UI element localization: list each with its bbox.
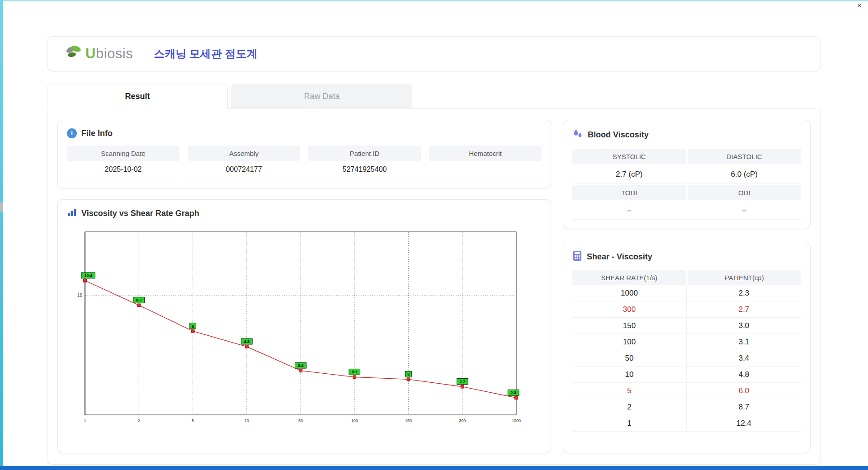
shear-rate-cell: 5 bbox=[572, 383, 687, 399]
svg-text:6: 6 bbox=[192, 324, 194, 329]
close-icon[interactable]: × bbox=[857, 2, 862, 10]
svg-text:3.4: 3.4 bbox=[298, 363, 304, 368]
patient-value-cell: 2.7 bbox=[687, 301, 801, 318]
patient-value-cell: 6.0 bbox=[687, 383, 801, 399]
svg-text:50: 50 bbox=[298, 418, 303, 423]
svg-text:4.8: 4.8 bbox=[244, 339, 250, 344]
svg-text:100: 100 bbox=[351, 418, 358, 423]
bar-chart-icon bbox=[67, 208, 77, 219]
file-info-field-value: 000724177 bbox=[188, 161, 300, 178]
patient-value-cell: 2.3 bbox=[687, 285, 801, 301]
tab-result[interactable]: Result bbox=[47, 84, 228, 109]
blood-viscosity-value: 6.0 (cP) bbox=[688, 165, 802, 183]
patient-value-cell: 3.4 bbox=[687, 350, 801, 367]
blood-viscosity-header: ODI bbox=[688, 185, 802, 200]
table-row: 1503.0 bbox=[572, 318, 801, 334]
svg-text:5: 5 bbox=[192, 418, 194, 423]
svg-text:1000: 1000 bbox=[512, 418, 521, 423]
window-left-edge bbox=[0, 0, 3, 470]
brand-text: Ubiosis bbox=[85, 46, 133, 62]
patient-value-cell: 8.7 bbox=[687, 399, 801, 415]
file-info-field-value: 52741925400 bbox=[308, 161, 421, 178]
svg-text:12.4: 12.4 bbox=[84, 273, 92, 278]
blood-viscosity-value: – bbox=[572, 202, 686, 220]
ubiosis-leaf-icon bbox=[65, 45, 85, 63]
file-info-field: Patient ID52741925400 bbox=[308, 146, 421, 178]
file-info-field-value: 2025-10-02 bbox=[67, 161, 179, 178]
file-info-title: File Info bbox=[81, 129, 113, 138]
graph-title: Viscosity vs Shear Rate Graph bbox=[81, 209, 199, 218]
ubiosis-logo: Ubiosis bbox=[65, 45, 133, 63]
svg-text:150: 150 bbox=[405, 418, 412, 423]
chart-svg: 1012.48.764.83.43.132.72.312510501001503… bbox=[67, 226, 524, 431]
svg-text:1: 1 bbox=[84, 418, 86, 423]
graph-card: Viscosity vs Shear Rate Graph 1012.48.76… bbox=[57, 199, 551, 453]
table-row: 56.0 bbox=[572, 383, 801, 399]
graph-title-row: Viscosity vs Shear Rate Graph bbox=[67, 208, 542, 219]
file-info-field-label: Scanning Date bbox=[67, 146, 179, 161]
blood-viscosity-title-row: Blood Viscosity bbox=[572, 128, 801, 141]
shear-rate-cell: 10 bbox=[572, 367, 687, 383]
droplets-icon bbox=[572, 128, 583, 141]
shear-viscosity-title: Shear - Viscosity bbox=[587, 252, 652, 262]
file-info-card: i File Info Scanning Date2025-10-02Assem… bbox=[57, 120, 551, 188]
blood-viscosity-header: DIASTOLIC bbox=[688, 149, 802, 164]
shear-table-body: 10002.33002.71503.01003.1503.4104.856.02… bbox=[572, 285, 801, 432]
page-title: 스캐닝 모세관 점도계 bbox=[154, 47, 257, 61]
shear-rate-cell: 300 bbox=[572, 301, 687, 318]
blood-viscosity-card: Blood Viscosity SYSTOLICDIASTOLIC2.7 (cP… bbox=[563, 120, 811, 229]
shear-viscosity-card: Shear - Viscosity SHEAR RATE(1/s) PATIEN… bbox=[563, 242, 811, 453]
svg-text:10: 10 bbox=[245, 418, 249, 423]
file-info-field-label: Hematocrit bbox=[429, 146, 542, 161]
column-header-patient: PATIENT(cp) bbox=[688, 270, 802, 285]
shear-table-header: SHEAR RATE(1/s) PATIENT(cp) bbox=[572, 270, 801, 285]
blood-viscosity-header: TODI bbox=[572, 185, 686, 200]
shear-rate-cell: 50 bbox=[572, 350, 687, 367]
table-row: 3002.7 bbox=[572, 301, 801, 318]
file-info-field-label: Patient ID bbox=[308, 146, 421, 161]
patient-value-cell: 4.8 bbox=[687, 367, 801, 383]
shear-rate-cell: 1000 bbox=[572, 285, 687, 301]
table-row: 503.4 bbox=[572, 350, 801, 367]
svg-text:2.3: 2.3 bbox=[510, 390, 516, 395]
tab-raw-data[interactable]: Raw Data bbox=[231, 84, 412, 109]
window-resize-notch bbox=[0, 202, 3, 212]
window-top-edge bbox=[0, 0, 868, 1]
shear-rate-cell: 1 bbox=[572, 415, 687, 432]
file-info-field: Assembly000724177 bbox=[188, 146, 300, 178]
file-info-fields: Scanning Date2025-10-02Assembly000724177… bbox=[67, 146, 542, 178]
blood-viscosity-header: SYSTOLIC bbox=[572, 149, 686, 164]
blood-viscosity-value: 2.7 (cP) bbox=[572, 165, 686, 183]
window-bottom-edge bbox=[0, 466, 868, 470]
shear-viscosity-title-row: Shear - Viscosity bbox=[572, 250, 801, 263]
shear-rate-cell: 100 bbox=[572, 334, 687, 350]
shear-viscosity-table: SHEAR RATE(1/s) PATIENT(cp) 10002.33002.… bbox=[572, 270, 801, 432]
svg-text:300: 300 bbox=[459, 418, 466, 423]
patient-value-cell: 3.1 bbox=[687, 334, 801, 350]
table-row: 1003.1 bbox=[572, 334, 801, 350]
viscosity-chart: 1012.48.764.83.43.132.72.312510501001503… bbox=[67, 226, 542, 433]
file-info-field: Scanning Date2025-10-02 bbox=[67, 146, 179, 178]
patient-value-cell: 3.0 bbox=[687, 318, 801, 334]
table-row: 28.7 bbox=[572, 399, 801, 415]
calculator-icon bbox=[572, 250, 582, 263]
svg-text:3.1: 3.1 bbox=[352, 370, 358, 374]
patient-value-cell: 12.4 bbox=[687, 415, 801, 432]
blood-viscosity-value: – bbox=[688, 202, 802, 220]
page: Ubiosis 스캐닝 모세관 점도계 Result Raw Data i Fi… bbox=[47, 36, 821, 465]
right-column: Blood Viscosity SYSTOLICDIASTOLIC2.7 (cP… bbox=[563, 120, 811, 453]
svg-text:3: 3 bbox=[407, 372, 410, 376]
table-row: 104.8 bbox=[572, 367, 801, 383]
tab-bar: Result Raw Data bbox=[47, 84, 821, 109]
svg-text:2.7: 2.7 bbox=[459, 380, 465, 384]
file-info-field-label: Assembly bbox=[188, 146, 300, 161]
header-card: Ubiosis 스캐닝 모세관 점도계 bbox=[47, 36, 821, 71]
table-row: 112.4 bbox=[572, 415, 801, 432]
left-column: i File Info Scanning Date2025-10-02Assem… bbox=[57, 120, 551, 453]
file-info-field-value bbox=[429, 161, 542, 178]
svg-text:2: 2 bbox=[138, 418, 140, 423]
file-info-field: Hematocrit bbox=[429, 146, 542, 178]
blood-viscosity-grid: SYSTOLICDIASTOLIC2.7 (cP)6.0 (cP)TODIODI… bbox=[572, 149, 801, 220]
column-header-shear-rate: SHEAR RATE(1/s) bbox=[572, 270, 686, 285]
svg-text:10: 10 bbox=[77, 293, 83, 298]
